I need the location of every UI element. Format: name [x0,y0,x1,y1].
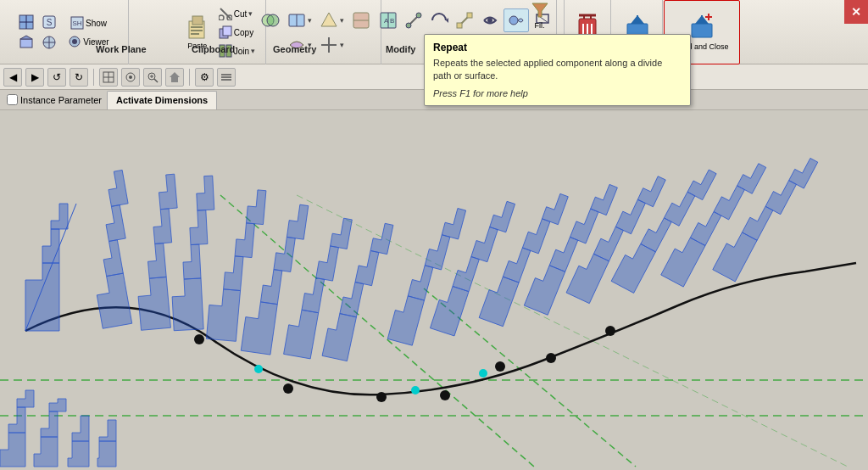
svg-point-40 [416,13,421,18]
geom-arrow-1: ▾ [308,16,312,25]
svg-marker-51 [532,3,548,17]
workplane-icon-4[interactable] [39,33,59,52]
svg-rect-18 [191,33,199,35]
svg-point-27 [267,14,279,26]
filter-btn[interactable]: Fil. [528,0,552,31]
svg-rect-44 [467,13,472,18]
svg-marker-30 [321,13,337,26]
svg-point-96 [254,365,263,373]
svg-point-98 [479,369,487,378]
toolbar-divider-1 [93,69,94,86]
geom-btn-1[interactable] [259,9,282,31]
activate-dim-label: Activate Dimensions [116,95,208,105]
modify-btn-1[interactable]: AB [376,8,400,32]
svg-rect-79 [171,77,178,82]
svg-text:B: B [390,17,394,25]
modify-btn-5[interactable] [478,8,502,32]
toolbar-btn-back[interactable]: ◀ [3,68,22,87]
svg-text:A: A [384,17,389,25]
workplane-icon-1[interactable] [16,13,36,31]
svg-rect-64 [692,24,712,37]
svg-point-73 [129,76,132,79]
svg-point-95 [605,326,615,336]
svg-point-45 [487,18,492,23]
workplane-section-label: Work Plane [96,44,147,54]
toolbar-btn-zoom[interactable] [143,68,162,87]
modify-btn-4[interactable] [453,8,476,32]
geom-btn-3[interactable]: ▾ [317,9,347,31]
svg-point-93 [495,361,505,372]
svg-rect-15 [192,16,203,25]
workplane-icon-3[interactable]: S [39,13,59,31]
instance-param-input[interactable] [7,94,18,105]
tooltip-help: Press F1 for more help [433,88,682,98]
svg-point-13 [72,39,77,44]
svg-text:SH: SH [72,20,81,27]
toolbar-btn-redo[interactable]: ↻ [70,68,88,87]
activate-dimensions-tab[interactable]: Activate Dimensions [107,91,217,109]
toolbar-btn-layers[interactable] [217,68,236,87]
clipboard-section-label: Clipboard [192,44,235,54]
svg-rect-3 [20,39,32,48]
svg-rect-16 [191,26,203,28]
svg-point-97 [411,386,420,394]
svg-point-90 [283,383,293,394]
svg-rect-43 [457,23,462,28]
svg-marker-78 [170,72,180,77]
svg-marker-171 [97,441,116,467]
svg-rect-17 [191,30,203,31]
svg-point-92 [440,390,450,400]
geometry-group: ▾ ▾ ▾ ▾ [250,0,381,64]
modify-section-label: Modify [386,44,415,54]
svg-text:S: S [47,18,53,27]
toolbar-btn-3d[interactable] [99,68,118,87]
tooltip-description: Repeats the selected applied component a… [433,57,682,83]
workplane-icon-2[interactable] [16,33,36,52]
toolbar-btn-undo[interactable]: ↺ [47,68,66,87]
tooltip-title: Repeat [433,42,682,53]
workplane-group: S SH Show Viewer [0,0,129,64]
canvas-svg [0,110,868,470]
svg-rect-23 [223,26,231,36]
toolbar-divider-2 [189,69,190,86]
svg-point-91 [376,392,387,402]
geom-arrow-4: ▾ [340,41,344,49]
svg-marker-4 [20,36,32,39]
geometry-section-label: Geometry [273,44,316,54]
filter-label: Fil. [535,21,545,30]
instance-param-checkbox[interactable]: Instance Parameter [7,94,102,105]
toolbar-btn-view[interactable] [121,68,140,87]
geom-arrow-2: ▾ [340,16,344,25]
instance-param-label: Instance Parameter [20,95,102,105]
geom-btn-2[interactable]: ▾ [285,9,314,31]
toolbar-btn-fwd[interactable]: ▶ [25,68,44,87]
svg-line-75 [154,79,158,82]
modify-btn-3[interactable] [427,8,451,32]
show-btn[interactable]: SH Show [68,14,109,31]
geom-btn-4[interactable] [349,9,373,31]
geom-btn-6[interactable]: ▾ [317,34,347,56]
modify-btn-2[interactable] [402,8,426,32]
canvas-area [0,110,868,470]
svg-point-39 [406,23,411,28]
svg-point-20 [219,15,224,20]
toolbar-btn-settings[interactable]: ⚙ [195,68,214,87]
join-label: Join [234,47,249,56]
toolbar-btn-house[interactable] [165,68,184,87]
cut-label: Cut [234,9,248,19]
tooltip-popup: Repeat Repeats the selected applied comp… [424,34,691,106]
show-label: Show [86,19,107,28]
svg-point-89 [194,334,204,344]
ribbon-close-button[interactable]: ✕ [844,0,868,24]
svg-point-94 [546,353,556,363]
svg-line-19 [220,8,231,19]
